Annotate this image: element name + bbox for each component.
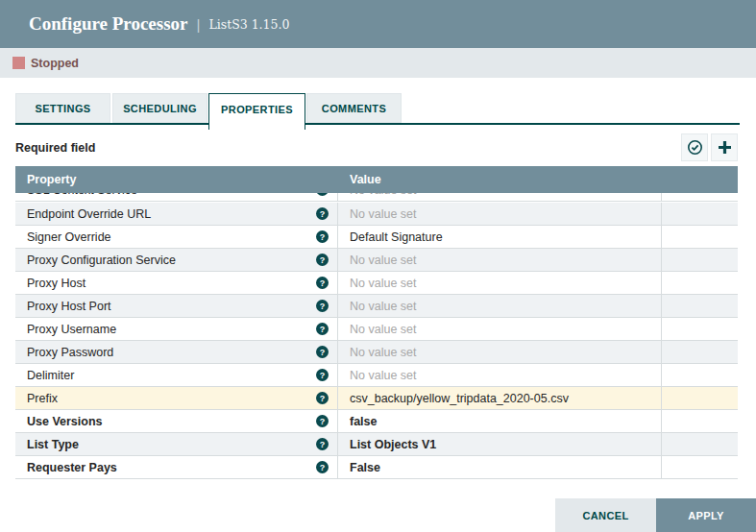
property-value: List Objects V1 <box>350 438 436 451</box>
help-icon[interactable]: ? <box>316 277 329 289</box>
help-icon[interactable]: ? <box>316 207 329 220</box>
row-extra-cell <box>662 387 738 409</box>
property-value-cell[interactable]: No value set <box>338 249 662 271</box>
help-icon[interactable]: ? <box>316 392 329 404</box>
column-header-value: Value <box>338 173 381 186</box>
row-extra-cell <box>662 433 738 455</box>
property-name: Use Versions <box>27 415 103 428</box>
property-value-cell[interactable]: No value set <box>338 203 662 225</box>
column-header-property: Property <box>15 173 338 186</box>
row-extra-cell <box>662 193 738 201</box>
property-value-cell[interactable]: No value set <box>338 193 662 201</box>
property-row[interactable]: Proxy Configuration Service?No value set <box>15 249 738 272</box>
properties-table: Property Value SSL Context Service?No va… <box>15 166 738 479</box>
property-value: No value set <box>350 254 416 267</box>
property-value-cell[interactable]: No value set <box>338 341 662 363</box>
property-value: csv_backup/yellow_tripdata_2020-05.csv <box>350 392 569 405</box>
property-row[interactable]: Use Versions?false <box>15 410 738 433</box>
dialog-footer: CANCEL APPLY <box>0 498 756 532</box>
property-row[interactable]: Proxy Host Port?No value set <box>15 295 738 318</box>
property-name-cell: Endpoint Override URL? <box>15 203 338 225</box>
tab-comments[interactable]: COMMENTS <box>306 93 402 123</box>
property-row[interactable]: Requester Pays?False <box>15 456 738 479</box>
property-name: Prefix <box>27 392 58 405</box>
row-extra-cell <box>662 318 738 340</box>
property-name: Delimiter <box>27 369 74 382</box>
tab-scheduling[interactable]: SCHEDULING <box>112 93 207 123</box>
help-icon[interactable]: ? <box>316 300 329 312</box>
property-value-cell[interactable]: No value set <box>338 318 662 340</box>
property-name-cell: Prefix? <box>15 387 338 409</box>
help-icon[interactable]: ? <box>316 323 329 335</box>
property-value-cell[interactable]: csv_backup/yellow_tripdata_2020-05.csv <box>338 387 662 409</box>
property-row[interactable]: Signer Override?Default Signature <box>15 226 738 249</box>
help-icon[interactable]: ? <box>316 415 329 427</box>
help-icon[interactable]: ? <box>316 461 329 473</box>
property-value-cell[interactable]: No value set <box>338 272 662 294</box>
property-value-cell[interactable]: Default Signature <box>338 226 662 248</box>
property-row[interactable]: List Type?List Objects V1 <box>15 433 738 456</box>
property-name: Proxy Username <box>27 323 116 336</box>
cancel-button[interactable]: CANCEL <box>555 498 656 532</box>
apply-button[interactable]: APPLY <box>656 498 756 532</box>
property-name-cell: Delimiter? <box>15 364 338 386</box>
property-name: SSL Context Service <box>27 193 137 197</box>
property-value-cell[interactable]: false <box>338 410 662 432</box>
property-value: No value set <box>350 346 416 359</box>
property-row[interactable]: Delimiter?No value set <box>15 364 738 387</box>
property-name-cell: Signer Override? <box>15 226 338 248</box>
property-name-cell: Use Versions? <box>15 410 338 432</box>
add-property-button[interactable] <box>711 133 738 161</box>
required-field-label: Required field <box>15 141 95 155</box>
property-value: No value set <box>350 277 416 290</box>
property-name: Proxy Configuration Service <box>27 254 176 267</box>
property-value: No value set <box>350 323 416 336</box>
property-row[interactable]: Prefix?csv_backup/yellow_tripdata_2020-0… <box>15 387 738 410</box>
help-icon[interactable]: ? <box>316 193 329 196</box>
property-name: Proxy Password <box>27 346 113 359</box>
property-name-cell: Proxy Configuration Service? <box>15 249 338 271</box>
tab-properties[interactable]: PROPERTIES <box>208 93 305 130</box>
help-icon[interactable]: ? <box>316 254 329 266</box>
property-name-cell: SSL Context Service? <box>15 193 338 201</box>
property-row[interactable]: Endpoint Override URL?No value set <box>15 203 738 226</box>
property-value: No value set <box>350 193 416 197</box>
tab-bar: SETTINGSSCHEDULINGPROPERTIESCOMMENTS <box>15 93 740 130</box>
property-value-cell[interactable]: List Objects V1 <box>338 433 662 455</box>
row-extra-cell <box>662 249 738 271</box>
properties-toolbar: Required field <box>15 133 738 161</box>
property-value: No value set <box>350 369 416 382</box>
row-extra-cell <box>662 203 738 225</box>
help-icon[interactable]: ? <box>316 346 329 358</box>
property-name: Signer Override <box>27 230 111 244</box>
help-icon[interactable]: ? <box>316 369 329 381</box>
property-value-cell[interactable]: False <box>338 456 662 478</box>
property-value-cell[interactable]: No value set <box>338 364 662 386</box>
property-row[interactable]: SSL Context Service?No value set <box>15 193 738 202</box>
property-name: Proxy Host <box>27 277 85 290</box>
property-row[interactable]: Proxy Username?No value set <box>15 318 738 341</box>
verify-properties-button[interactable] <box>681 133 708 161</box>
property-name-cell: Requester Pays? <box>15 456 338 478</box>
property-row[interactable]: Proxy Password?No value set <box>15 341 738 364</box>
tab-settings[interactable]: SETTINGS <box>15 93 110 123</box>
property-value: No value set <box>350 207 416 221</box>
verify-properties-icon <box>687 139 703 156</box>
property-name: List Type <box>27 438 79 451</box>
help-icon[interactable]: ? <box>316 230 329 243</box>
property-name-cell: Proxy Host? <box>15 272 338 294</box>
property-value: No value set <box>350 300 416 313</box>
help-icon[interactable]: ? <box>316 438 329 450</box>
property-value: false <box>350 415 378 428</box>
add-property-icon <box>717 139 733 156</box>
property-row[interactable]: Proxy Host?No value set <box>15 272 738 295</box>
property-name: Proxy Host Port <box>27 300 111 313</box>
scrolled-partial-row-viewport: SSL Context Service?No value set <box>15 193 738 203</box>
row-extra-cell <box>662 226 738 248</box>
property-value: False <box>350 461 380 474</box>
property-value-cell[interactable]: No value set <box>338 295 662 317</box>
row-extra-cell <box>662 456 738 478</box>
status-label: Stopped <box>31 57 79 70</box>
processor-type-version: ListS3 1.15.0 <box>208 17 289 32</box>
row-extra-cell <box>662 295 738 317</box>
